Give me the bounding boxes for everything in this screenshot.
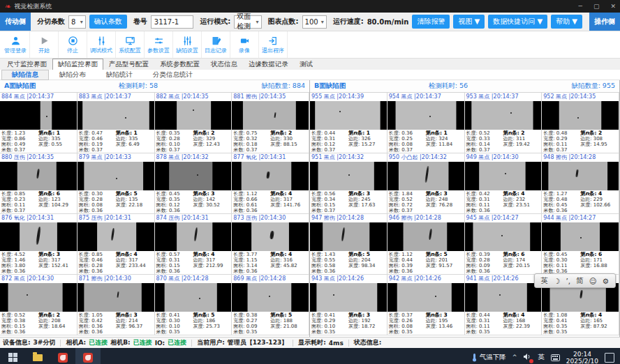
defect-metric: 边距: 245 [348, 197, 385, 202]
ime-language-indicator[interactable]: 英 [538, 353, 545, 362]
defect-image [78, 101, 154, 130]
toolbar-button-log[interactable]: 日志记录 [202, 31, 230, 58]
ime-emoji-icon[interactable]: ☺ [589, 277, 597, 285]
ime-settings-gear-icon[interactable]: ⚙ [603, 277, 609, 285]
defect-cell[interactable]: 882 黑点 |20:14:35 长度: 0.35宽度: 0.28面积: 0.1… [155, 93, 232, 153]
toolbar-button-camera[interactable]: 录像 [230, 31, 259, 58]
slit-count-select[interactable]: 8 [68, 15, 86, 29]
defect-cell[interactable]: 951 黑点 |20:14:32 长度: 0.56宽度: 0.34面积: 0.1… [310, 153, 388, 214]
main-tab-2[interactable]: 产品型号配置 [103, 59, 154, 70]
quick-data-menu-button[interactable]: 数据快捷访问 ▼ [488, 15, 547, 29]
defect-cell[interactable]: 884 黑点 |20:14:37 长度: 1.23宽度: 0.86面积: 0.4… [0, 93, 78, 153]
ime-punctuation-toggle[interactable]: ’, [566, 277, 570, 285]
confirm-count-button[interactable]: 确认条数 [89, 15, 127, 29]
volume-tray-icon[interactable] [523, 353, 531, 362]
defect-cell[interactable]: 883 黑点 |20:14:37 长度: 0.47宽度: 0.46面积: 0.1… [78, 93, 155, 153]
defect-image [310, 162, 387, 190]
main-tab-6[interactable]: 测试 [294, 59, 318, 70]
defect-metric: 宽度: 0.46 [79, 257, 116, 263]
defect-cell[interactable]: 869 黑点 |20:14:28 长度: 0.38宽度: 0.27面积: 0.0… [232, 275, 309, 335]
defect-cell[interactable]: 950 小凸起 |20:14:32 长度: 1.84宽度: 0.52面积: 0.… [388, 153, 465, 214]
defect-cell[interactable]: 876 氧化 |20:14:31 长度: 4.52宽度: 1.46面积: 3.8… [0, 214, 78, 275]
toolbar-button-monitor[interactable]: 系统配置 [116, 31, 145, 58]
defect-cell[interactable]: 954 黑点 |20:14:37 长度: 0.36宽度: 0.25面积: 0.0… [388, 93, 465, 153]
defect-metric: 第n条: 1 [38, 130, 75, 136]
sub-tab-0[interactable]: 缺陷信息 [1, 70, 49, 80]
maximize-button[interactable]: ▢ [593, 3, 600, 10]
defect-metric: 灰度: 20.15 [503, 263, 540, 268]
defect-mark [27, 294, 28, 296]
defect-cell[interactable]: 875 压伤 |20:14:31 长度: 0.85宽度: 0.46面积: 0.2… [78, 214, 155, 275]
taskbar-clock[interactable]: 20:14 2025/2/10 [566, 351, 598, 364]
defect-cell[interactable]: 942 黑点 |20:14:26 长度: 0.37宽度: 0.26面积: 0.0… [388, 275, 465, 335]
main-tab-0[interactable]: 尺寸监控界面 [1, 59, 52, 70]
drive-side-button[interactable]: 传动侧 [0, 13, 31, 31]
run-mode-select[interactable]: 双面检测 [234, 15, 261, 29]
defect-cell[interactable]: 952 黑点 |20:14:35 长度: 0.48宽度: 0.29面积: 0.1… [542, 93, 619, 153]
defect-metric: 宽度: 0.29 [311, 318, 348, 324]
defect-cell[interactable]: 878 黑点 |20:14:32 长度: 0.45宽度: 0.35面积: 0.1… [155, 153, 232, 214]
defect-metric: 宽度: 0.27 [233, 318, 270, 324]
defect-cell[interactable]: 870 黑点 |20:14:28 长度: 0.41宽度: 0.30面积: 0.1… [155, 275, 232, 335]
defect-cell[interactable]: 877 氧化 |20:14:31 长度: 1.12宽度: 0.66面积: 0.6… [232, 153, 309, 214]
defect-cell[interactable]: 872 黑点 |20:14:30 长度: 0.52宽度: 0.38面积: 0.1… [0, 275, 78, 335]
camera-icon [239, 36, 250, 46]
toolbar-button-user[interactable]: 管理登录 [1, 31, 30, 58]
defect-metric: 长度: 0.52 [466, 130, 503, 136]
toolbar-button-params[interactable]: 参数设置 [145, 31, 173, 58]
defect-cell[interactable]: 948 擦伤 |20:14:28 长度: 1.27宽度: 0.48面积: 0.4… [542, 153, 619, 214]
defect-cell[interactable]: 949 黑点 |20:14:30 长度: 0.42宽度: 0.31面积: 0.1… [465, 153, 542, 214]
minimize-button[interactable]: ─ [579, 3, 582, 10]
app-button-2-active[interactable] [75, 348, 101, 364]
defect-cell[interactable]: 881 擦伤 |20:14:35 长度: 0.75宽度: 0.32面积: 0.1… [232, 93, 309, 153]
start-button[interactable] [0, 348, 25, 364]
defect-mark [270, 231, 274, 240]
sub-tab-1[interactable]: 缺陷分布 [50, 70, 96, 79]
defect-cell[interactable]: 955 黑点 |20:14:39 长度: 0.44宽度: 0.31面积: 0.1… [310, 93, 388, 153]
ime-halfwidth-moon-icon[interactable]: ☽ [554, 277, 560, 285]
defect-cell[interactable]: 871 擦伤 |20:14:30 长度: 1.05宽度: 0.42面积: 0.3… [78, 275, 155, 335]
file-explorer-button[interactable] [25, 348, 50, 364]
defect-cell[interactable]: 947 擦伤 |20:14:28 长度: 1.43宽度: 0.55面积: 0.5… [310, 214, 388, 275]
detect-time: 检测耗时: 56 [429, 82, 531, 91]
main-tab-4[interactable]: 状态信息 [205, 59, 243, 70]
defect-metric: 第n条: 4 [503, 191, 540, 197]
clear-alarm-button[interactable]: 清除报警 [412, 15, 450, 29]
defect-cell[interactable]: 944 黑点 |20:14:27 长度: 0.45宽度: 0.30面积: 0.1… [542, 214, 619, 275]
sub-tab-2[interactable]: 缺陷统计 [96, 70, 142, 79]
defect-cell[interactable]: 945 黑点 |20:14:27 长度: 0.39宽度: 0.28面积: 0.0… [465, 214, 542, 275]
operate-side-button[interactable]: 操作侧 [589, 13, 620, 31]
keyboard-icon[interactable] [551, 354, 560, 361]
main-tab-3[interactable]: 系统参数配置 [154, 59, 205, 70]
defect-cell[interactable]: 874 压伤 |20:14:31 长度: 0.57宽度: 0.31面积: 0.1… [155, 214, 232, 275]
tray-expand-chevron[interactable]: ^ [512, 354, 517, 361]
toolbar-button-play[interactable]: 开始 [30, 31, 59, 58]
defect-cell[interactable]: 941 黑点 |20:14:26 长度: 0.44宽度: 0.31面积: 0.1… [465, 275, 542, 335]
app-button-1[interactable] [50, 348, 75, 364]
sub-tab-3[interactable]: 分类信息统计 [143, 70, 202, 79]
defect-cell[interactable]: 879 黑点 |20:14:33 长度: 0.30宽度: 0.28面积: 0.0… [78, 153, 155, 214]
weather-widget[interactable]: 气温下降 [471, 353, 506, 362]
defect-cell[interactable]: 880 压伤 |20:14:35 长度: 0.85宽度: 0.23面积: 0.1… [0, 153, 78, 214]
roll-number-input[interactable]: 3117-1 [151, 15, 193, 29]
help-menu-button[interactable]: 帮助 ▼ [551, 15, 582, 29]
defect-cell[interactable]: 946 擦伤 |20:14:28 长度: 1.12宽度: 0.44面积: 0.3… [388, 214, 465, 275]
toolbar-button-exit[interactable]: 退出程序 [259, 31, 288, 58]
defect-image [155, 222, 232, 251]
ime-lang-toggle[interactable]: 英 [541, 276, 549, 286]
action-center-icon[interactable] [605, 353, 614, 363]
defect-metric: 第n条: 5 [270, 312, 307, 318]
toolbar-button-defect-settings[interactable]: 缺陷设置 [173, 31, 202, 58]
defect-cell[interactable]: 873 压伤 |20:14:30 长度: 3.77宽度: 1.15面积: 3.1… [232, 214, 309, 275]
view-menu-button[interactable]: 视图 ▼ [453, 15, 485, 29]
chart-points-select[interactable]: 100 [302, 15, 327, 29]
main-tab-5[interactable]: 边缘数据记录 [243, 59, 294, 70]
toolbar-button-tune[interactable]: 调试模式 [87, 31, 116, 58]
defect-metric: 面积: 0.28 [79, 263, 116, 268]
defect-cell[interactable]: 953 黑点 |20:14:37 长度: 0.52宽度: 0.33面积: 0.1… [465, 93, 542, 153]
toolbar-button-stop[interactable]: 停止 [59, 31, 87, 58]
main-tab-1[interactable]: 缺陷监控界面 [52, 59, 103, 70]
defect-cell[interactable]: 943 黑点 |20:14:26 长度: 0.41宽度: 0.29面积: 0.1… [310, 275, 388, 335]
ime-simplified-toggle[interactable]: 简 [576, 276, 584, 286]
close-button[interactable]: ✕ [610, 3, 616, 10]
